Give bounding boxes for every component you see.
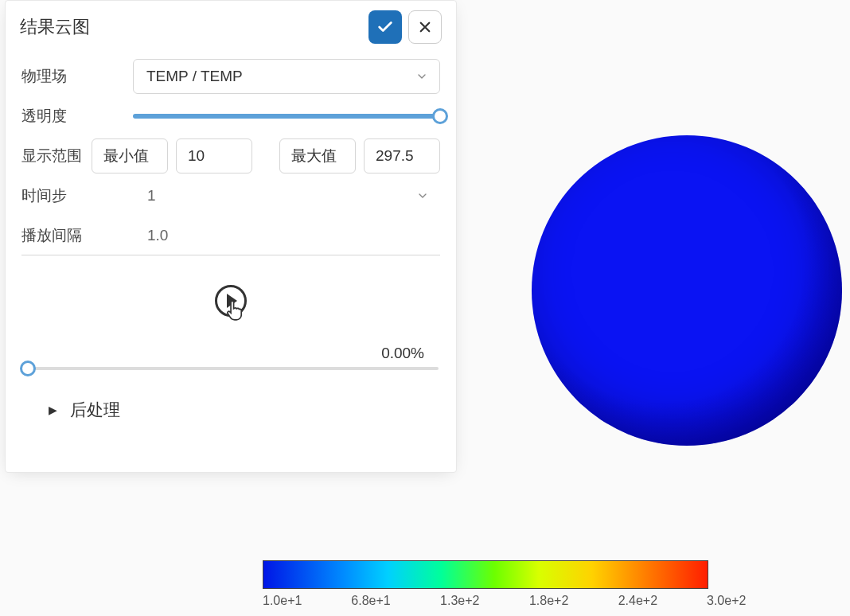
transparency-row: 透明度: [21, 96, 440, 136]
progress-slider[interactable]: [23, 367, 439, 370]
panel-title: 结果云图: [20, 15, 362, 39]
colorbar-tick: 3.0e+2: [707, 594, 708, 608]
colorbar-ticks: 1.0e+1 6.8e+1 1.3e+2 1.8e+2 2.4e+2 3.0e+…: [263, 594, 708, 608]
check-icon: [376, 18, 394, 36]
max-value-field[interactable]: [376, 147, 428, 165]
range-label: 显示范围: [21, 146, 92, 166]
colorbar-tick: 1.0e+1: [263, 594, 263, 608]
max-value-input[interactable]: [364, 138, 440, 173]
timestep-value: 1: [147, 187, 156, 205]
caret-right-icon: ▶: [49, 404, 57, 416]
field-select-value: TEMP / TEMP: [146, 68, 243, 85]
play-button[interactable]: [215, 285, 247, 317]
close-icon: [418, 20, 432, 34]
colorbar-tick: 2.4e+2: [618, 594, 619, 608]
result-sphere: [532, 135, 842, 446]
timestep-label: 时间步: [21, 185, 133, 206]
colorbar-gradient: [263, 560, 708, 589]
chevron-down-icon: [416, 189, 429, 202]
progress-percent: 0.00%: [381, 345, 424, 362]
min-label-box: 最小值: [92, 138, 168, 173]
min-value-input[interactable]: [176, 138, 252, 173]
colorbar-tick: 1.3e+2: [440, 594, 441, 608]
colorbar-tick: 6.8e+1: [351, 594, 352, 608]
play-row: 0.00%: [21, 278, 440, 324]
close-button[interactable]: [408, 10, 442, 44]
transparency-label: 透明度: [21, 106, 133, 127]
result-contour-panel: 结果云图 物理场 TEMP / TEMP: [5, 0, 457, 473]
interval-value[interactable]: 1.0: [133, 227, 440, 244]
postprocessing-tree-item[interactable]: ▶ 后处理: [21, 399, 440, 421]
range-row: 显示范围 最小值 最大值: [21, 136, 440, 176]
interval-row: 播放间隔 1.0: [21, 216, 440, 255]
interval-label: 播放间隔: [21, 225, 133, 246]
max-label-box: 最大值: [279, 138, 356, 173]
chevron-down-icon: [415, 70, 428, 83]
timestep-row: 时间步 1: [21, 176, 440, 216]
colorbar: 1.0e+1 6.8e+1 1.3e+2 1.8e+2 2.4e+2 3.0e+…: [263, 560, 708, 608]
timestep-select[interactable]: 1: [133, 178, 440, 213]
confirm-button[interactable]: [368, 10, 402, 44]
postprocessing-label: 后处理: [70, 399, 120, 421]
transparency-slider[interactable]: [133, 114, 440, 119]
play-icon: [227, 294, 237, 308]
field-row: 物理场 TEMP / TEMP: [21, 57, 440, 96]
transparency-slider-thumb[interactable]: [432, 108, 448, 124]
result-viewer[interactable]: [470, 0, 850, 513]
field-label: 物理场: [21, 66, 133, 87]
colorbar-tick: 1.8e+2: [529, 594, 530, 608]
progress-slider-thumb[interactable]: [20, 361, 36, 376]
min-value-field[interactable]: [188, 147, 240, 165]
panel-header: 结果云图: [6, 1, 456, 49]
field-select[interactable]: TEMP / TEMP: [133, 59, 440, 94]
